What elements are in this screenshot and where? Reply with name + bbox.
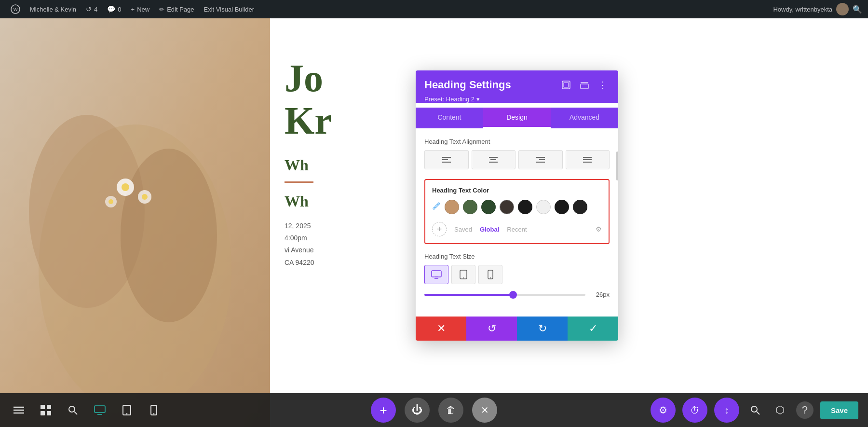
svg-rect-46 <box>95 406 105 413</box>
color-swatch-black-3[interactable] <box>573 200 587 214</box>
svg-rect-13 <box>564 83 569 87</box>
align-center-btn[interactable] <box>472 150 516 169</box>
add-color-btn[interactable]: + <box>432 222 447 236</box>
comments-link[interactable]: 💬 0 <box>102 0 126 18</box>
tablet-preview-btn[interactable] <box>118 401 136 419</box>
align-justify-btn[interactable] <box>566 150 610 169</box>
new-link[interactable]: + New <box>126 0 155 18</box>
svg-line-28 <box>437 204 438 205</box>
device-buttons <box>424 265 610 284</box>
device-desktop-btn[interactable] <box>424 265 448 284</box>
color-palette <box>432 200 602 214</box>
svg-point-36 <box>490 277 491 278</box>
power-btn[interactable]: ⏻ <box>405 398 430 423</box>
desktop-preview-btn[interactable] <box>91 401 109 419</box>
history-btn[interactable]: ⏱ <box>682 398 707 423</box>
cancel-button[interactable]: ✕ <box>416 317 466 341</box>
tab-content[interactable]: Content <box>416 108 483 128</box>
svg-point-9 <box>142 194 148 200</box>
color-label: Heading Text Color <box>432 187 602 194</box>
svg-point-5 <box>121 149 217 322</box>
expand-icon[interactable] <box>559 78 573 92</box>
close-builder-btn[interactable]: ✕ <box>472 398 497 423</box>
scroll-indicator <box>616 152 618 180</box>
svg-rect-43 <box>47 411 51 415</box>
delete-btn[interactable]: 🗑 <box>438 398 463 423</box>
color-swatch-near-black[interactable] <box>518 200 532 214</box>
responsive-btn[interactable]: ↕ <box>714 398 739 423</box>
color-swatch-forest-green[interactable] <box>481 200 496 214</box>
slider-thumb[interactable] <box>509 291 517 299</box>
color-swatch-near-white[interactable] <box>536 200 551 214</box>
site-name-link[interactable]: Michelle & Kevin <box>25 0 81 18</box>
revisions-link[interactable]: ↺ 4 <box>81 0 102 18</box>
color-settings-icon[interactable]: ⚙ <box>596 225 602 233</box>
site-name: Michelle & Kevin <box>30 6 76 13</box>
size-label: Heading Text Size <box>424 253 610 260</box>
add-module-btn[interactable]: + <box>371 398 396 423</box>
toolbar-left <box>10 401 163 419</box>
svg-point-44 <box>69 406 75 412</box>
size-section: Heading Text Size <box>424 253 610 298</box>
color-swatch-dark-brown[interactable] <box>500 200 514 214</box>
svg-point-11 <box>108 199 113 204</box>
global-tab[interactable]: Global <box>480 226 499 233</box>
settings-btn[interactable]: ⚙ <box>651 398 676 423</box>
tab-design[interactable]: Design <box>483 108 551 128</box>
panel-preset[interactable]: Preset: Heading 2 ▾ <box>424 96 610 103</box>
slider-fill <box>424 294 513 296</box>
tab-advanced[interactable]: Advanced <box>551 108 618 128</box>
eyedropper-btn[interactable] <box>432 202 441 213</box>
svg-point-52 <box>153 413 154 414</box>
toolbar-right: ⚙ ⏱ ↕ ⬡ ? Save <box>651 398 858 423</box>
mobile-preview-btn[interactable] <box>145 401 163 419</box>
howdy-text: Howdy, writtenbyekta <box>773 6 832 13</box>
svg-rect-40 <box>41 405 45 409</box>
align-right-btn[interactable] <box>518 150 563 169</box>
pencil-icon: ✏ <box>159 6 164 13</box>
recent-tab[interactable]: Recent <box>507 226 527 233</box>
alignment-buttons <box>424 150 610 169</box>
stack-icon[interactable]: ⬡ <box>771 401 789 419</box>
bottom-toolbar: + ⏻ 🗑 ✕ ⚙ ⏱ ↕ ⬡ ? Save <box>0 393 868 427</box>
wp-logo-link[interactable]: W <box>6 0 25 18</box>
undo-button[interactable]: ↺ <box>466 317 517 341</box>
search-icon[interactable]: 🔍 <box>853 5 862 14</box>
device-tablet-btn[interactable] <box>451 265 475 284</box>
edit-page-label: Edit Page <box>167 6 194 13</box>
save-button[interactable]: Save <box>820 401 858 419</box>
align-left-btn[interactable] <box>424 150 469 169</box>
search-modules-btn[interactable] <box>64 401 82 419</box>
help-icon[interactable]: ? <box>796 401 814 419</box>
size-slider-track[interactable] <box>424 294 585 296</box>
collapse-icon[interactable] <box>578 78 591 92</box>
alignment-label: Heading Text Alignment <box>424 138 610 145</box>
color-swatch-tan[interactable] <box>445 200 459 214</box>
svg-point-34 <box>463 277 464 278</box>
preset-dropdown-icon: ▾ <box>476 96 480 103</box>
preset-label: Preset: Heading 2 <box>424 96 475 103</box>
avatar[interactable] <box>836 3 849 15</box>
comments-count: 0 <box>118 6 121 13</box>
revisions-icon: ↺ <box>86 5 92 13</box>
slider-value: 26px <box>591 291 610 298</box>
panel-actions: ✕ ↺ ↻ ✓ <box>416 317 618 341</box>
search-right-btn[interactable] <box>746 401 764 419</box>
edit-page-link[interactable]: ✏ Edit Page <box>154 0 199 18</box>
more-options-icon[interactable]: ⋮ <box>596 78 610 92</box>
redo-button[interactable]: ↻ <box>517 317 568 341</box>
color-swatch-black-2[interactable] <box>555 200 569 214</box>
exit-builder-label: Exit Visual Builder <box>204 6 255 13</box>
save-changes-button[interactable]: ✓ <box>568 317 618 341</box>
saved-tab[interactable]: Saved <box>454 226 472 233</box>
color-swatch-dark-green[interactable] <box>463 200 477 214</box>
exit-builder-link[interactable]: Exit Visual Builder <box>199 0 259 18</box>
grid-layout-btn[interactable] <box>37 401 55 419</box>
device-mobile-btn[interactable] <box>478 265 502 284</box>
panel-body: Heading Text Alignment <box>416 128 618 317</box>
comments-icon: 💬 <box>107 5 115 13</box>
hamburger-menu-btn[interactable] <box>10 401 28 419</box>
svg-point-50 <box>126 413 127 414</box>
page-canvas: Jo Kr Wh Wh 12, 2025 4:00pm vi Avenue CA… <box>0 18 868 427</box>
revisions-count: 4 <box>94 6 97 13</box>
